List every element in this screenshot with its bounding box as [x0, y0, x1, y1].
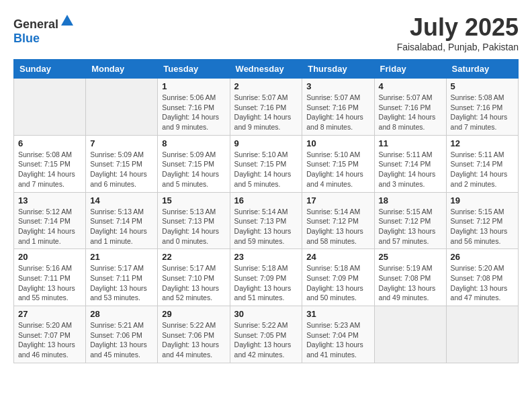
calendar-week-1: 1Sunrise: 5:06 AM Sunset: 7:16 PM Daylig… [14, 79, 519, 136]
day-number: 20 [18, 252, 81, 262]
day-number: 17 [306, 195, 369, 205]
calendar-cell: 9Sunrise: 5:10 AM Sunset: 7:15 PM Daylig… [230, 135, 302, 192]
day-info: Sunrise: 5:18 AM Sunset: 7:09 PM Dayligh… [234, 263, 298, 303]
day-number: 8 [162, 138, 225, 148]
day-number: 28 [90, 309, 153, 319]
day-number: 30 [234, 309, 298, 319]
header-day-saturday: Saturday [446, 60, 518, 79]
calendar-cell: 10Sunrise: 5:10 AM Sunset: 7:15 PM Dayli… [302, 135, 374, 192]
day-number: 11 [379, 138, 442, 148]
calendar-cell: 19Sunrise: 5:15 AM Sunset: 7:12 PM Dayli… [446, 192, 518, 249]
calendar-week-4: 20Sunrise: 5:16 AM Sunset: 7:11 PM Dayli… [14, 249, 519, 306]
day-number: 6 [18, 138, 81, 148]
day-info: Sunrise: 5:20 AM Sunset: 7:07 PM Dayligh… [18, 320, 81, 360]
day-number: 7 [90, 138, 153, 148]
calendar-table: SundayMondayTuesdayWednesdayThursdayFrid… [13, 59, 519, 363]
calendar-cell: 8Sunrise: 5:09 AM Sunset: 7:15 PM Daylig… [158, 135, 230, 192]
calendar-cell [14, 79, 86, 136]
day-info: Sunrise: 5:10 AM Sunset: 7:15 PM Dayligh… [306, 150, 369, 189]
day-number: 12 [451, 138, 514, 148]
calendar-cell: 31Sunrise: 5:23 AM Sunset: 7:04 PM Dayli… [302, 306, 374, 363]
header-day-thursday: Thursday [302, 60, 374, 79]
day-info: Sunrise: 5:16 AM Sunset: 7:11 PM Dayligh… [18, 263, 81, 303]
day-info: Sunrise: 5:07 AM Sunset: 7:16 PM Dayligh… [234, 93, 298, 132]
calendar-cell: 14Sunrise: 5:13 AM Sunset: 7:14 PM Dayli… [86, 192, 158, 249]
calendar-cell: 6Sunrise: 5:08 AM Sunset: 7:15 PM Daylig… [14, 135, 86, 192]
day-number: 13 [18, 195, 81, 205]
day-number: 23 [234, 252, 298, 262]
calendar-cell [86, 79, 158, 136]
calendar-body: 1Sunrise: 5:06 AM Sunset: 7:16 PM Daylig… [14, 79, 519, 363]
day-info: Sunrise: 5:09 AM Sunset: 7:15 PM Dayligh… [162, 150, 225, 189]
day-number: 22 [162, 252, 225, 262]
day-number: 19 [451, 195, 514, 205]
calendar-subtitle: Faisalabad, Punjab, Pakistan [397, 42, 519, 52]
day-info: Sunrise: 5:14 AM Sunset: 7:13 PM Dayligh… [234, 207, 298, 246]
calendar-cell [446, 306, 518, 363]
day-info: Sunrise: 5:07 AM Sunset: 7:16 PM Dayligh… [379, 93, 442, 132]
calendar-cell: 25Sunrise: 5:19 AM Sunset: 7:08 PM Dayli… [374, 249, 446, 306]
day-info: Sunrise: 5:09 AM Sunset: 7:15 PM Dayligh… [90, 150, 153, 189]
calendar-cell: 16Sunrise: 5:14 AM Sunset: 7:13 PM Dayli… [230, 192, 302, 249]
day-info: Sunrise: 5:20 AM Sunset: 7:08 PM Dayligh… [451, 263, 514, 303]
day-info: Sunrise: 5:11 AM Sunset: 7:14 PM Dayligh… [451, 150, 514, 189]
calendar-cell: 23Sunrise: 5:18 AM Sunset: 7:09 PM Dayli… [230, 249, 302, 306]
header-day-friday: Friday [374, 60, 446, 79]
calendar-week-3: 13Sunrise: 5:12 AM Sunset: 7:14 PM Dayli… [14, 192, 519, 249]
day-info: Sunrise: 5:15 AM Sunset: 7:12 PM Dayligh… [379, 207, 442, 246]
day-number: 10 [306, 138, 369, 148]
calendar-cell: 20Sunrise: 5:16 AM Sunset: 7:11 PM Dayli… [14, 249, 86, 306]
calendar-cell: 4Sunrise: 5:07 AM Sunset: 7:16 PM Daylig… [374, 79, 446, 136]
calendar-cell: 7Sunrise: 5:09 AM Sunset: 7:15 PM Daylig… [86, 135, 158, 192]
day-number: 21 [90, 252, 153, 262]
calendar-cell: 26Sunrise: 5:20 AM Sunset: 7:08 PM Dayli… [446, 249, 518, 306]
calendar-cell: 11Sunrise: 5:11 AM Sunset: 7:14 PM Dayli… [374, 135, 446, 192]
logo-blue: Blue [13, 32, 40, 45]
day-number: 24 [306, 252, 369, 262]
calendar-title: July 2025 [397, 13, 519, 42]
calendar-cell: 27Sunrise: 5:20 AM Sunset: 7:07 PM Dayli… [14, 306, 86, 363]
day-info: Sunrise: 5:08 AM Sunset: 7:15 PM Dayligh… [18, 150, 81, 189]
svg-marker-0 [61, 15, 73, 26]
day-info: Sunrise: 5:08 AM Sunset: 7:16 PM Dayligh… [451, 93, 514, 132]
day-number: 26 [451, 252, 514, 262]
calendar-cell: 17Sunrise: 5:14 AM Sunset: 7:12 PM Dayli… [302, 192, 374, 249]
day-number: 27 [18, 309, 81, 319]
day-number: 3 [306, 81, 369, 91]
calendar-week-2: 6Sunrise: 5:08 AM Sunset: 7:15 PM Daylig… [14, 135, 519, 192]
header-day-wednesday: Wednesday [230, 60, 302, 79]
day-info: Sunrise: 5:22 AM Sunset: 7:05 PM Dayligh… [234, 320, 298, 360]
day-info: Sunrise: 5:21 AM Sunset: 7:06 PM Dayligh… [90, 320, 153, 360]
day-info: Sunrise: 5:10 AM Sunset: 7:15 PM Dayligh… [234, 150, 298, 189]
day-info: Sunrise: 5:15 AM Sunset: 7:12 PM Dayligh… [451, 207, 514, 246]
day-info: Sunrise: 5:13 AM Sunset: 7:13 PM Dayligh… [162, 207, 225, 246]
calendar-cell: 28Sunrise: 5:21 AM Sunset: 7:06 PM Dayli… [86, 306, 158, 363]
day-number: 5 [451, 81, 514, 91]
calendar-cell: 29Sunrise: 5:22 AM Sunset: 7:06 PM Dayli… [158, 306, 230, 363]
day-info: Sunrise: 5:14 AM Sunset: 7:12 PM Dayligh… [306, 207, 369, 246]
calendar-cell: 2Sunrise: 5:07 AM Sunset: 7:16 PM Daylig… [230, 79, 302, 136]
day-number: 9 [234, 138, 298, 148]
calendar-cell: 12Sunrise: 5:11 AM Sunset: 7:14 PM Dayli… [446, 135, 518, 192]
day-info: Sunrise: 5:11 AM Sunset: 7:14 PM Dayligh… [379, 150, 442, 189]
day-info: Sunrise: 5:22 AM Sunset: 7:06 PM Dayligh… [162, 320, 225, 360]
day-number: 15 [162, 195, 225, 205]
calendar-cell: 3Sunrise: 5:07 AM Sunset: 7:16 PM Daylig… [302, 79, 374, 136]
day-info: Sunrise: 5:12 AM Sunset: 7:14 PM Dayligh… [18, 207, 81, 246]
day-number: 25 [379, 252, 442, 262]
page-header: General Blue July 2025 Faisalabad, Punja… [13, 13, 519, 52]
day-number: 2 [234, 81, 298, 91]
calendar-cell: 22Sunrise: 5:17 AM Sunset: 7:10 PM Dayli… [158, 249, 230, 306]
day-info: Sunrise: 5:17 AM Sunset: 7:11 PM Dayligh… [90, 263, 153, 303]
logo: General Blue [13, 13, 75, 46]
header-day-monday: Monday [86, 60, 158, 79]
calendar-cell: 24Sunrise: 5:18 AM Sunset: 7:09 PM Dayli… [302, 249, 374, 306]
day-info: Sunrise: 5:17 AM Sunset: 7:10 PM Dayligh… [162, 263, 225, 303]
day-info: Sunrise: 5:13 AM Sunset: 7:14 PM Dayligh… [90, 207, 153, 246]
calendar-cell: 5Sunrise: 5:08 AM Sunset: 7:16 PM Daylig… [446, 79, 518, 136]
logo-icon [60, 13, 75, 28]
day-number: 1 [162, 81, 225, 91]
day-info: Sunrise: 5:23 AM Sunset: 7:04 PM Dayligh… [306, 320, 369, 360]
day-info: Sunrise: 5:06 AM Sunset: 7:16 PM Dayligh… [162, 93, 225, 132]
day-number: 14 [90, 195, 153, 205]
